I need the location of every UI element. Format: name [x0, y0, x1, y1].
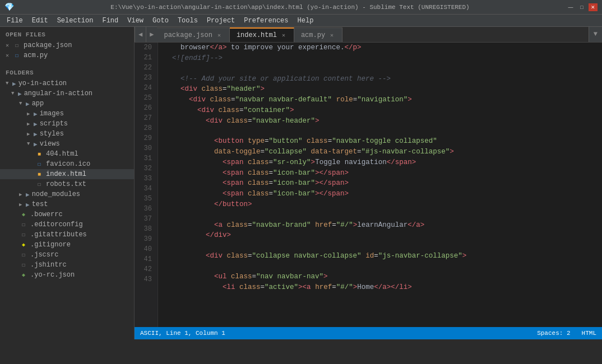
close-icon[interactable]: ✕: [6, 42, 9, 49]
expand-arrow: ▼: [19, 101, 25, 106]
file-favicon-ico[interactable]: ☐ favicon.ico: [0, 159, 134, 169]
filename: .gitattributes: [30, 231, 87, 239]
filename: .editorconfig: [30, 221, 83, 228]
code-line: </div>: [164, 230, 596, 241]
menu-item-edit[interactable]: Edit: [27, 16, 53, 26]
menu-item-preferences[interactable]: Preferences: [239, 16, 293, 26]
menu-item-goto[interactable]: Goto: [148, 16, 173, 26]
expand-arrow: ▼: [27, 141, 33, 147]
open-file-acm-py[interactable]: ✕ ☐ acm.py: [0, 50, 134, 60]
menu-item-tools[interactable]: Tools: [173, 16, 202, 26]
expand-arrow: ▶: [19, 192, 25, 198]
folder-name: node_modules: [32, 190, 80, 198]
menu-item-file[interactable]: File: [2, 16, 27, 26]
folder-styles[interactable]: ▶ ▶ styles: [0, 129, 134, 139]
folder-icon: ▶: [34, 141, 38, 148]
code-editor[interactable]: 20 21 22 23 24 25 26 27 28 29 30 31 32 3…: [135, 43, 602, 327]
file-yo-rc-json[interactable]: ◆ .yo-rc.json: [0, 270, 134, 280]
folders-label: FOLDERS: [0, 65, 134, 78]
file-404-html[interactable]: ■ 404.html: [0, 149, 134, 159]
folder-icon: ▶: [18, 90, 22, 97]
folder-views[interactable]: ▼ ▶ views: [0, 139, 134, 149]
tab-close-icon[interactable]: ✕: [216, 32, 223, 39]
status-bar: ASCII, Line 1, Column 1 Spaces: 2 HTML: [135, 327, 602, 339]
folder-test[interactable]: ▶ ▶ test: [0, 199, 134, 209]
code-line: <li class="active"><a href="#/">Home</a>…: [164, 282, 596, 293]
status-position: ASCII, Line 1, Column 1: [140, 330, 225, 337]
tab-acm-py[interactable]: acm.py ✕: [294, 27, 342, 42]
code-line: <button type="button" class="navbar-togg…: [164, 136, 596, 147]
file-icon: ☐: [19, 251, 28, 259]
code-line: </button>: [164, 199, 596, 210]
code-content[interactable]: browser</a> to improve your experience.<…: [158, 43, 602, 327]
file-icon: ☐: [35, 160, 44, 168]
folder-angular-in-action[interactable]: ▼ ▶ angular-in-action: [0, 88, 134, 99]
menu-bar: FileEditSelectionFindViewGotoToolsProjec…: [0, 15, 602, 27]
folder-yo-in-action[interactable]: ▼ ▶ yo-in-action: [0, 78, 134, 88]
folder-node-modules[interactable]: ▶ ▶ node_modules: [0, 189, 134, 199]
folder-scripts[interactable]: ▶ ▶ scripts: [0, 119, 134, 129]
app-icon: 💎: [4, 2, 14, 12]
code-line: <ul class="nav navbar-nav">: [164, 272, 596, 282]
menu-item-view[interactable]: View: [123, 16, 148, 26]
tab-scroll-right-btn[interactable]: ▶: [146, 27, 157, 42]
code-line: <div class="navbar navbar-default" role=…: [164, 95, 596, 105]
tab-package-json[interactable]: package.json ✕: [157, 27, 229, 42]
maximize-button[interactable]: □: [577, 3, 586, 11]
status-right: Spaces: 2 HTML: [537, 330, 596, 337]
folder-icon: ▶: [34, 120, 38, 128]
folder-icon: ▶: [12, 80, 16, 87]
code-line: data-toggle="collapse" data-target="#js-…: [164, 147, 596, 157]
file-gitignore[interactable]: ◆ .gitignore: [0, 240, 134, 250]
folder-icon: ▶: [26, 100, 30, 108]
menu-item-help[interactable]: Help: [293, 16, 318, 26]
code-line: <span class="icon-bar"></span>: [164, 168, 596, 179]
tab-scroll-left[interactable]: ◀: [135, 27, 146, 42]
file-index-html[interactable]: ■ index.html: [0, 169, 134, 179]
open-file-package-json[interactable]: ✕ ☐ package.json: [0, 40, 134, 50]
folder-icon: ▶: [26, 201, 30, 208]
status-spaces: Spaces: 2: [537, 330, 570, 337]
filename: .jshintrc: [30, 261, 67, 269]
file-icon: ■: [35, 150, 44, 158]
tab-dropdown[interactable]: ▼: [589, 27, 602, 42]
code-line: <!-- Add your site or application conten…: [164, 74, 596, 85]
file-icon: ☐: [12, 52, 21, 59]
menu-item-selection[interactable]: Selection: [53, 16, 98, 26]
file-gitattributes[interactable]: ☐ .gitattributes: [0, 230, 134, 240]
filename: .yo-rc.json: [30, 271, 75, 279]
close-icon[interactable]: ✕: [6, 52, 9, 59]
close-button[interactable]: ✕: [589, 3, 598, 11]
tab-bar: ◀ ▶ package.json ✕ index.html ✕ acm.py ✕…: [135, 27, 602, 43]
menu-item-find[interactable]: Find: [98, 16, 123, 26]
window-controls: — □ ✕: [566, 3, 598, 11]
code-line: <span class="sr-only">Toggle navigation<…: [164, 157, 596, 168]
file-robots-txt[interactable]: ☐ robots.txt: [0, 179, 134, 189]
folder-icon: ▶: [34, 110, 38, 118]
folder-name: test: [32, 200, 48, 208]
code-line: browser</a> to improve your experience.<…: [164, 43, 596, 53]
file-icon: ☐: [12, 41, 21, 49]
filename: .bowerrc: [30, 211, 63, 218]
tab-label: acm.py: [301, 31, 325, 39]
tab-close-icon[interactable]: ✕: [280, 32, 287, 39]
minimize-button[interactable]: —: [566, 3, 575, 11]
folder-icon: ▶: [26, 191, 30, 198]
code-line: <a class="navbar-brand" href="#/">learnA…: [164, 220, 596, 231]
code-line: <div class="header">: [164, 84, 596, 95]
main-layout: OPEN FILES ✕ ☐ package.json ✕ ☐ acm.py F…: [0, 27, 602, 339]
tab-index-html[interactable]: index.html ✕: [230, 27, 294, 42]
expand-arrow: ▶: [27, 121, 33, 127]
file-bowerrc[interactable]: ◆ .bowerrc: [0, 209, 134, 220]
expand-arrow: ▶: [19, 202, 25, 208]
file-editorconfig[interactable]: ☐ .editorconfig: [0, 220, 134, 230]
folder-app[interactable]: ▼ ▶ app: [0, 99, 134, 109]
code-line: <span class="icon-bar"></span>: [164, 178, 596, 189]
file-jscsrc[interactable]: ☐ .jscsrc: [0, 250, 134, 260]
code-line: <div class="navbar-header">: [164, 116, 596, 127]
file-jshintrc[interactable]: ☐ .jshintrc: [0, 260, 134, 270]
menu-item-project[interactable]: Project: [202, 16, 239, 26]
folder-images[interactable]: ▶ ▶ images: [0, 109, 134, 119]
filename: favicon.ico: [46, 160, 90, 168]
tab-close-icon[interactable]: ✕: [328, 32, 335, 39]
